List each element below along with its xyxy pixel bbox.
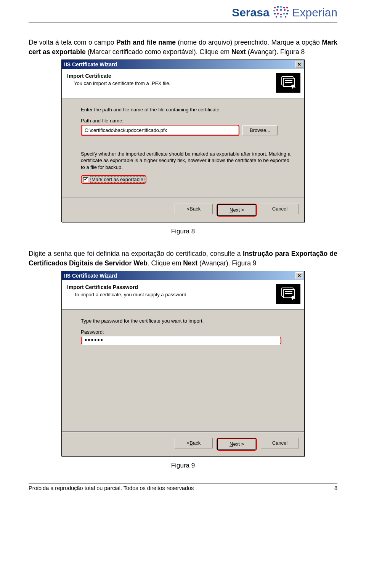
svg-point-7: [280, 9, 281, 11]
banner-title: Import Certificate: [67, 73, 272, 79]
cancel-button[interactable]: Cancel: [261, 204, 299, 214]
wizard-buttons: < Back Next > Cancel: [62, 198, 304, 222]
cancel-button[interactable]: Cancel: [261, 438, 299, 448]
next-highlight: Next >: [217, 438, 257, 451]
wizard-body: Type the password for the certificate yo…: [62, 310, 304, 432]
svg-point-0: [274, 7, 275, 8]
page-number: 8: [334, 485, 337, 491]
logo-serasa-text: Serasa: [232, 6, 269, 19]
logo-experian-text: Experian: [292, 6, 337, 19]
close-icon[interactable]: ✕: [295, 61, 303, 68]
path-label: Path and file name:: [81, 118, 291, 124]
banner-subtitle: To import a certificate, you must supply…: [67, 292, 272, 297]
svg-point-10: [274, 13, 275, 14]
paragraph-2: Digite a senha que foi definida na expor…: [29, 249, 337, 268]
page-footer: Proibida a reprodução total ou parcial. …: [29, 483, 337, 491]
password-highlight: [81, 337, 281, 345]
wizard-buttons: < Back Next > Cancel: [62, 432, 304, 456]
exportable-note: Specify whether the imported certificate…: [81, 151, 291, 171]
close-icon[interactable]: ✕: [295, 272, 303, 279]
svg-point-17: [284, 16, 286, 18]
window-title: IIS Certificate Wizard: [64, 61, 117, 67]
svg-point-4: [286, 7, 287, 8]
svg-point-9: [287, 10, 288, 11]
iis-wizard-import-cert: IIS Certificate Wizard ✕ Import Certific…: [61, 59, 305, 222]
next-button[interactable]: Next >: [218, 439, 256, 450]
password-input[interactable]: [82, 336, 280, 345]
password-label: Password:: [81, 329, 291, 335]
back-button[interactable]: < Back: [175, 438, 213, 448]
back-button[interactable]: < Back: [175, 204, 213, 214]
svg-point-6: [276, 9, 278, 11]
iis-wizard-import-password: IIS Certificate Wizard ✕ Import Certific…: [61, 271, 305, 456]
svg-point-2: [280, 6, 281, 8]
svg-point-12: [280, 14, 281, 15]
logo-dots-icon: [273, 5, 289, 20]
svg-point-16: [280, 16, 281, 18]
certificate-icon: [276, 284, 300, 304]
banner-title: Import Certificate Password: [67, 284, 272, 290]
svg-point-1: [277, 6, 278, 8]
svg-point-14: [286, 13, 287, 14]
window-titlebar: IIS Certificate Wizard ✕: [62, 60, 304, 69]
footer-text: Proibida a reprodução total ou parcial. …: [29, 485, 194, 491]
svg-point-13: [283, 13, 284, 14]
figure-9-caption: Figura 9: [171, 462, 195, 469]
wizard-banner: Import Certificate You can import a cert…: [62, 69, 304, 98]
window-title: IIS Certificate Wizard: [64, 273, 117, 279]
paragraph-1: De volta à tela com o campo Path and fil…: [29, 38, 337, 57]
wizard-banner: Import Certificate Password To import a …: [62, 280, 304, 310]
logo: Serasa Experian: [232, 5, 337, 20]
svg-point-11: [277, 13, 278, 14]
exportable-checkbox-label: Mark cert as exportable: [90, 176, 144, 183]
page-header: Serasa Experian: [29, 0, 337, 22]
instruction-text: Enter the path and file name of the file…: [81, 107, 291, 112]
exportable-highlight: ✔ Mark cert as exportable: [81, 175, 146, 184]
path-input[interactable]: [82, 126, 238, 135]
svg-point-8: [284, 9, 285, 11]
exportable-checkbox[interactable]: ✔: [83, 177, 88, 182]
next-button[interactable]: Next >: [218, 205, 256, 215]
instruction-text: Type the password for the certificate yo…: [81, 318, 291, 324]
wizard-body: Enter the path and file name of the file…: [62, 98, 304, 198]
svg-point-5: [273, 10, 274, 11]
next-highlight: Next >: [217, 204, 257, 217]
path-highlight: [81, 125, 239, 136]
browse-button[interactable]: Browse...: [242, 125, 278, 135]
window-titlebar: IIS Certificate Wizard ✕: [62, 271, 304, 280]
certificate-icon: [276, 73, 300, 93]
svg-point-3: [283, 7, 284, 8]
banner-subtitle: You can import a certificate from a .PFX…: [67, 80, 272, 86]
figure-8-caption: Figura 8: [171, 228, 195, 235]
header-divider: [29, 22, 337, 22]
svg-point-15: [275, 16, 277, 18]
